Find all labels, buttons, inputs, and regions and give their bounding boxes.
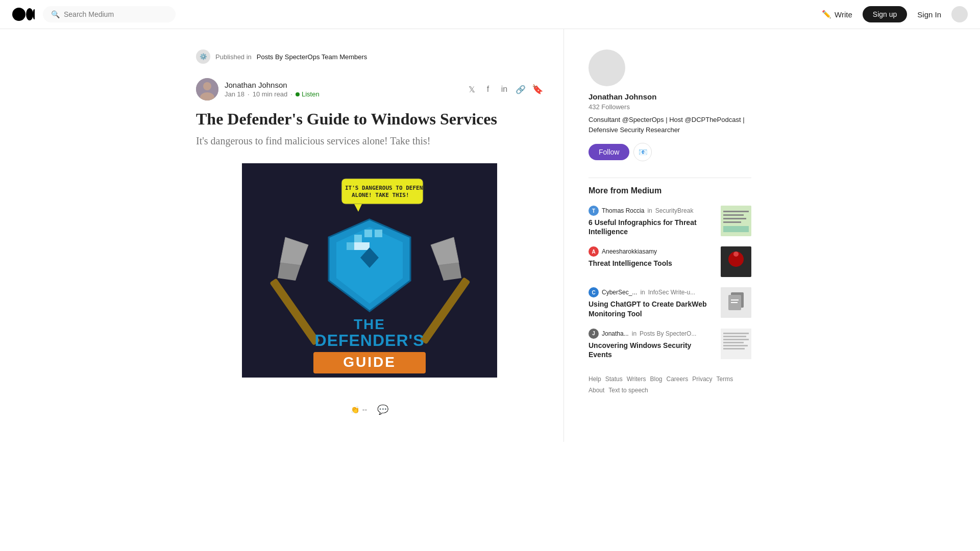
svg-rect-35 xyxy=(723,226,749,232)
hero-image: IT'S DANGEROUS TO DEFEND ALONE! TAKE THI… xyxy=(222,163,518,378)
clap-button[interactable]: 👏 -- xyxy=(351,406,367,414)
author-row: Jonathan Johnson Jan 18 · 10 min read · … xyxy=(196,78,543,101)
user-avatar-header[interactable] xyxy=(951,6,968,22)
dot-separator: · xyxy=(248,90,250,98)
more-item-1-in: in xyxy=(647,207,652,214)
footer-writers[interactable]: Writers xyxy=(627,375,646,383)
main-layout: ⚙️ Published in Posts By SpecterOps Team… xyxy=(184,29,796,442)
published-in-label: Published in xyxy=(215,53,252,61)
more-item-2-title: Threat Intelligence Tools xyxy=(589,259,715,268)
sidebar-followers: 432 Followers xyxy=(589,103,751,111)
publication-icon: ⚙️ xyxy=(196,49,210,64)
more-item-3-avatar: C xyxy=(589,287,599,297)
signup-button[interactable]: Sign up xyxy=(863,6,907,22)
listen-dot xyxy=(296,92,300,96)
footer-terms[interactable]: Terms xyxy=(717,375,733,383)
write-label: Write xyxy=(835,10,852,19)
search-container[interactable]: 🔍 xyxy=(43,6,176,22)
more-item-3-pub: InfoSec Write-u... xyxy=(648,289,695,296)
svg-rect-31 xyxy=(723,211,749,212)
subscribe-icon: 📧 xyxy=(639,148,647,156)
svg-point-38 xyxy=(733,252,739,257)
svg-rect-19 xyxy=(354,235,362,242)
write-button[interactable]: ✏️ Write xyxy=(822,10,852,19)
svg-text:THE: THE xyxy=(354,316,385,332)
author-meta: Jan 18 · 10 min read · Listen xyxy=(225,90,320,98)
comment-button[interactable]: 💬 xyxy=(377,404,388,415)
article-subtitle: It's dangerous to find malicious service… xyxy=(196,135,543,147)
sidebar-bio: Consultant @SpecterOps | Host @DCPThePod… xyxy=(589,115,751,135)
header-right: ✏️ Write Sign up Sign In xyxy=(822,6,968,22)
svg-text:GUIDE: GUIDE xyxy=(343,354,396,370)
sidebar-footer: Help Status Writers Blog Careers Privacy… xyxy=(589,375,751,394)
more-item-4[interactable]: J Jonatha... in Posts By SpecterO... Unc… xyxy=(589,329,751,359)
subscribe-icon-button[interactable]: 📧 xyxy=(633,143,652,161)
listen-label: Listen xyxy=(302,90,320,98)
more-item-3-author: C CyberSec_... in InfoSec Write-u... xyxy=(589,287,715,297)
more-item-2-author: A Aneesharokkiasamy xyxy=(589,246,715,257)
sidebar-author-section: Jonathan Johnson 432 Followers Consultan… xyxy=(589,49,751,161)
svg-rect-33 xyxy=(723,218,746,219)
follow-button[interactable]: Follow xyxy=(589,144,629,160)
listen-button[interactable]: Listen xyxy=(296,90,320,98)
footer-help[interactable]: Help xyxy=(589,375,601,383)
more-item-4-thumb xyxy=(721,329,751,359)
publication-bar: ⚙️ Published in Posts By SpecterOps Team… xyxy=(196,49,543,64)
svg-rect-49 xyxy=(723,345,748,346)
footer-blog[interactable]: Blog xyxy=(650,375,663,383)
more-item-1-avatar: T xyxy=(589,206,599,216)
more-item-1[interactable]: T Thomas Roccia in SecurityBreak 6 Usefu… xyxy=(589,206,751,236)
footer-privacy[interactable]: Privacy xyxy=(692,375,712,383)
svg-rect-23 xyxy=(354,242,362,250)
svg-rect-45 xyxy=(723,333,749,334)
svg-text:IT'S DANGEROUS TO DEFEND: IT'S DANGEROUS TO DEFEND xyxy=(345,185,426,191)
article-area: ⚙️ Published in Posts By SpecterOps Team… xyxy=(196,29,543,442)
publication-link[interactable]: Posts By SpecterOps Team Members xyxy=(257,53,368,61)
svg-text:ALONE! TAKE THIS!: ALONE! TAKE THIS! xyxy=(352,192,409,198)
linkedin-share-icon[interactable]: in xyxy=(499,84,509,94)
svg-rect-34 xyxy=(723,221,741,223)
link-share-icon[interactable]: 🔗 xyxy=(516,84,526,94)
more-item-3-title: Using ChatGPT to Create DarkWeb Monitori… xyxy=(589,299,715,318)
facebook-share-icon[interactable]: f xyxy=(483,84,493,94)
svg-point-0 xyxy=(12,8,26,21)
more-item-3-thumb xyxy=(721,287,751,318)
footer-about[interactable]: About xyxy=(589,387,604,394)
more-item-1-author-name: Thomas Roccia xyxy=(602,207,644,214)
medium-logo[interactable] xyxy=(12,7,35,21)
svg-rect-21 xyxy=(375,230,382,237)
read-time: 10 min read xyxy=(253,90,288,98)
sidebar-author-name[interactable]: Jonathan Johnson xyxy=(589,92,751,101)
more-item-4-content: J Jonatha... in Posts By SpecterO... Unc… xyxy=(589,329,715,359)
more-item-1-content: T Thomas Roccia in SecurityBreak 6 Usefu… xyxy=(589,206,715,236)
bookmark-icon[interactable]: 🔖 xyxy=(532,84,543,95)
header: 🔍 ✏️ Write Sign up Sign In xyxy=(0,0,980,29)
twitter-share-icon[interactable]: 𝕏 xyxy=(467,84,477,94)
bottom-toolbar: 👏 -- 💬 xyxy=(196,398,543,421)
more-item-3[interactable]: C CyberSec_... in InfoSec Write-u... Usi… xyxy=(589,287,751,318)
signin-button[interactable]: Sign In xyxy=(917,10,941,19)
sidebar: Jonathan Johnson 432 Followers Consultan… xyxy=(564,29,751,442)
search-input[interactable] xyxy=(64,10,167,18)
more-item-4-pub: Posts By SpecterO... xyxy=(640,330,696,337)
author-name[interactable]: Jonathan Johnson xyxy=(225,81,320,89)
svg-rect-50 xyxy=(723,348,745,349)
footer-careers[interactable]: Careers xyxy=(667,375,689,383)
svg-rect-20 xyxy=(364,230,372,237)
sidebar-author-avatar[interactable] xyxy=(589,49,625,86)
pencil-icon: ✏️ xyxy=(822,10,831,19)
svg-rect-48 xyxy=(723,342,744,343)
more-item-2-thumb xyxy=(721,246,751,277)
svg-point-1 xyxy=(26,8,33,20)
footer-status[interactable]: Status xyxy=(605,375,623,383)
more-item-3-content: C CyberSec_... in InfoSec Write-u... Usi… xyxy=(589,287,715,318)
more-item-1-title: 6 Useful Infographics for Threat Intelli… xyxy=(589,218,715,236)
more-item-1-pub: SecurityBreak xyxy=(655,207,694,214)
more-item-4-in: in xyxy=(632,330,636,337)
more-item-2[interactable]: A Aneesharokkiasamy Threat Intelligence … xyxy=(589,246,751,277)
author-avatar[interactable] xyxy=(196,78,218,101)
more-item-4-title: Uncovering Windows Security Events xyxy=(589,341,715,359)
footer-text-to-speech[interactable]: Text to speech xyxy=(608,387,648,394)
author-left: Jonathan Johnson Jan 18 · 10 min read · … xyxy=(196,78,320,101)
svg-point-2 xyxy=(33,9,35,19)
